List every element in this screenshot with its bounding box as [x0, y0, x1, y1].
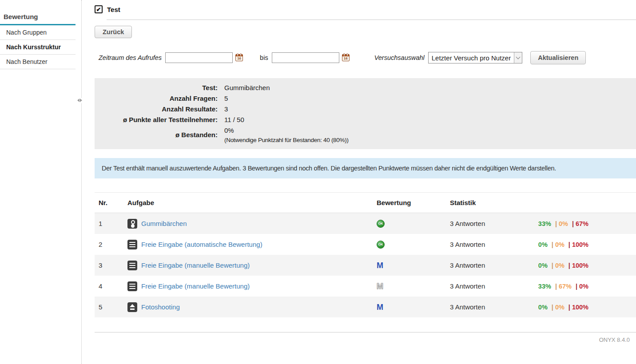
- app-version: ONYX 8.4.0: [95, 332, 636, 343]
- bis-label: bis: [260, 54, 268, 61]
- task-type-icon: [127, 281, 137, 291]
- sidebar-item[interactable]: Nach Kursstruktur: [0, 40, 76, 55]
- summary-row: Test: Gummibärchen: [95, 83, 636, 93]
- test-summary-box: Test: Gummibärchen Anzahl Fragen: 5 Anza…: [95, 78, 636, 149]
- summary-row: Anzahl Resultate: 3: [95, 104, 636, 115]
- task-link[interactable]: Gummibärchen: [141, 220, 187, 227]
- summary-row-passed: ø Bestanden: 0% (Notwendige Punktzahl fü…: [95, 125, 636, 145]
- refresh-button[interactable]: Aktualisieren: [530, 51, 586, 64]
- test-checkbox[interactable]: ✔: [95, 5, 103, 13]
- correct-percentage: 33%: [538, 220, 551, 227]
- panel-divider[interactable]: [81, 0, 82, 364]
- passed-note: (Notwendige Punktzahl für Bestanden: 40 …: [224, 136, 349, 145]
- separator: |: [568, 262, 570, 269]
- header-divider: [107, 20, 636, 20]
- attempt-select-value: Letzter Versuch pro Nutzer: [429, 54, 514, 62]
- chevron-down-icon: [514, 52, 522, 63]
- rating-icon: M: [377, 261, 383, 269]
- answers-count: 3 Antworten: [450, 303, 523, 311]
- panel-resize-handle-icon[interactable]: [76, 98, 83, 103]
- date-to-input[interactable]: [272, 52, 339, 63]
- task-type-icon: [127, 240, 137, 249]
- task-type-icon: [127, 261, 137, 270]
- task-type-icon: [127, 302, 137, 312]
- rating-icon: OK: [377, 241, 385, 249]
- calendar-icon[interactable]: 16: [235, 54, 243, 61]
- task-link[interactable]: Freie Eingabe (automatische Bewertung): [141, 241, 262, 248]
- attempt-select[interactable]: Letzter Versuch pro Nutzer: [428, 52, 522, 63]
- rating-icon: OK: [377, 220, 385, 228]
- partial-percentage: 0%: [555, 304, 564, 311]
- separator: |: [555, 283, 557, 290]
- wrong-percentage: 100%: [572, 262, 588, 269]
- separator: |: [572, 220, 574, 227]
- column-header-rating: Bewertung: [377, 199, 450, 206]
- statistics-percentages: 0%|0%|100%: [523, 241, 636, 248]
- task-link[interactable]: Freie Eingabe (manuelle Bewertung): [141, 282, 250, 290]
- wrong-percentage: 67%: [576, 220, 588, 227]
- calendar-icon[interactable]: 16: [342, 54, 350, 61]
- column-header-task: Aufgabe: [127, 199, 377, 206]
- table-header: Nr. Aufgabe Bewertung Statistik: [95, 193, 636, 213]
- separator: |: [555, 220, 557, 227]
- main-content: ✔ Test Zurück Zeitraum des Aufrufes 16 b…: [95, 0, 636, 343]
- calendar-day-label: 16: [342, 56, 349, 61]
- date-from-input[interactable]: [165, 52, 233, 63]
- summary-row: Anzahl Fragen: 5: [95, 93, 636, 104]
- answers-count: 3 Antworten: [450, 220, 523, 227]
- separator: |: [576, 283, 577, 290]
- wrong-percentage: 100%: [572, 241, 588, 248]
- manual-grading-notice: Der Test enthält manuell auszuwertende A…: [95, 158, 636, 178]
- back-button[interactable]: Zurück: [95, 26, 132, 38]
- task-type-icon: [127, 219, 137, 229]
- sidebar-items: Nach Gruppen Nach Kursstruktur Nach Benu…: [0, 25, 76, 69]
- summary-value: 3: [224, 104, 228, 115]
- separator: |: [552, 262, 553, 269]
- table-row: 4 Freie Eingabe (manuelle Bewertung) M 3…: [95, 276, 636, 297]
- answers-count: 3 Antworten: [450, 241, 523, 248]
- summary-label: ø Bestanden:: [95, 130, 218, 140]
- table-row: 5 Fotoshooting M 3 Antworten 0%|0%|100%: [95, 297, 636, 317]
- period-label: Zeitraum des Aufrufes: [99, 54, 162, 61]
- passed-percentage: 0%: [224, 125, 349, 136]
- task-link[interactable]: Fotoshooting: [141, 303, 180, 311]
- separator: |: [568, 241, 570, 248]
- task-number: 4: [95, 282, 127, 290]
- answers-count: 3 Antworten: [450, 261, 523, 269]
- table-row: 3 Freie Eingabe (manuelle Bewertung) M 3…: [95, 255, 636, 276]
- summary-row: ø Punkte aller Testteilnehmer: 11 / 50: [95, 115, 636, 125]
- table-row: 2 Freie Eingabe (automatische Bewertung)…: [95, 234, 636, 255]
- sidebar-item-label: Nach Kursstruktur: [6, 44, 61, 51]
- triangle-left-icon: [77, 99, 80, 102]
- separator: |: [552, 304, 553, 311]
- answers-count: 3 Antworten: [450, 282, 523, 290]
- triangle-right-icon: [80, 99, 82, 102]
- summary-value: 11 / 50: [224, 115, 244, 125]
- sidebar-item-label: Nach Benutzer: [6, 58, 48, 65]
- separator: |: [568, 304, 570, 311]
- statistics-percentages: 33%|67%|0%: [523, 283, 636, 290]
- attempt-select-label: Versuchsauswahl: [374, 54, 425, 61]
- partial-percentage: 0%: [555, 241, 564, 248]
- page-title: Test: [107, 6, 120, 13]
- summary-value: 5: [224, 93, 228, 104]
- page-header: ✔ Test: [95, 0, 636, 13]
- summary-label: Anzahl Fragen:: [95, 93, 218, 104]
- sidebar-title: Bewertung: [0, 0, 76, 25]
- rating-icon: M: [377, 282, 383, 290]
- column-header-statistic: Statistik: [450, 199, 523, 206]
- table-body: 1 Gummibärchen OK 3 Antworten 33%|0%|67%…: [95, 213, 636, 317]
- correct-percentage: 0%: [538, 304, 548, 311]
- statistics-percentages: 0%|0%|100%: [523, 304, 636, 311]
- sidebar-item-label: Nach Gruppen: [6, 29, 47, 36]
- summary-value: Gummibärchen: [224, 83, 270, 93]
- sidebar-item[interactable]: Nach Gruppen: [0, 25, 76, 40]
- task-link[interactable]: Freie Eingabe (manuelle Bewertung): [141, 261, 250, 269]
- partial-percentage: 0%: [559, 220, 568, 227]
- partial-percentage: 67%: [559, 283, 572, 290]
- sidebar-item[interactable]: Nach Benutzer: [0, 55, 76, 69]
- task-number: 5: [95, 303, 127, 311]
- table-row: 1 Gummibärchen OK 3 Antworten 33%|0%|67%: [95, 213, 636, 234]
- correct-percentage: 33%: [538, 283, 551, 290]
- summary-label: ø Punkte aller Testteilnehmer:: [95, 115, 218, 125]
